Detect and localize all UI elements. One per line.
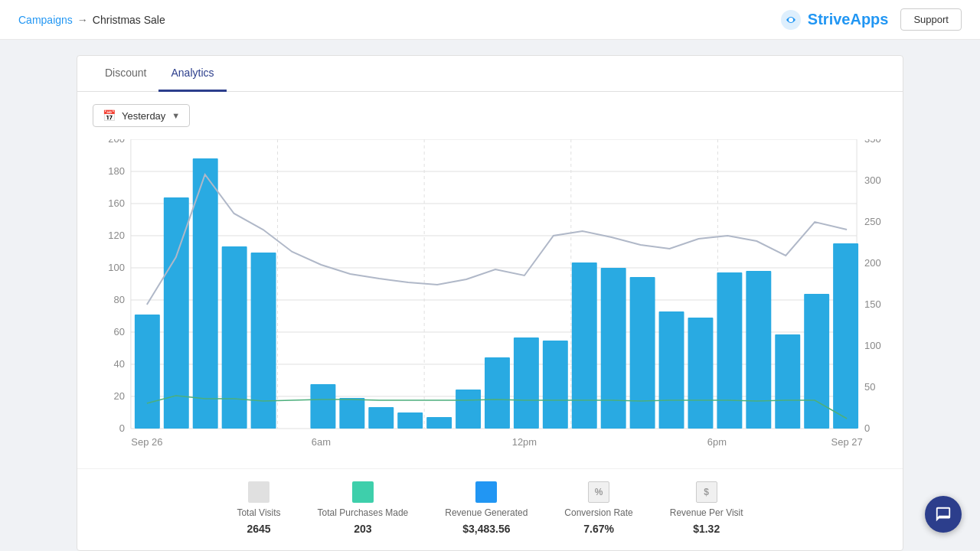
bar-22: [804, 294, 829, 429]
logo: StriveApps: [780, 9, 889, 31]
breadcrumb-campaigns-link[interactable]: Campaigns: [18, 14, 73, 26]
svg-text:40: 40: [113, 358, 124, 370]
legend-conversion-value: 7.67%: [583, 523, 614, 535]
legend-rev-visit: $ Revenue Per Visit $1.32: [670, 481, 743, 535]
analytics-card: Discount Analytics 📅 Yesterday ▼: [77, 55, 903, 551]
legend-total-visits: Total Visits 2645: [237, 481, 280, 535]
tab-bar: Discount Analytics: [77, 56, 903, 92]
bar-21: [775, 334, 800, 429]
bar-3: [222, 246, 247, 429]
chat-icon: [935, 506, 952, 523]
svg-text:20: 20: [113, 390, 124, 402]
svg-text:300: 300: [864, 174, 881, 186]
bar-10: [456, 390, 481, 429]
support-button[interactable]: Support: [900, 8, 962, 31]
bar-20: [746, 271, 771, 429]
legend-purchases-label: Total Purchases Made: [318, 507, 409, 518]
legend-revenue-value: $3,483.56: [462, 523, 510, 535]
bar-8: [397, 412, 423, 429]
tab-analytics[interactable]: Analytics: [158, 56, 226, 92]
legend-visits-icon: [248, 481, 270, 503]
bar-18: [688, 318, 714, 429]
bar-16: [630, 277, 655, 429]
svg-text:12pm: 12pm: [512, 436, 537, 448]
chat-button[interactable]: [925, 496, 962, 533]
bar-13: [543, 341, 568, 429]
bar-5: [310, 384, 335, 429]
chart-area: 0 20 40 60 80 100 120 160 180 200 0 50 1…: [77, 139, 903, 468]
bar-17: [659, 311, 684, 429]
date-filter-label: Yesterday: [122, 110, 165, 122]
breadcrumb-separator: →: [77, 14, 88, 26]
svg-text:150: 150: [864, 298, 881, 310]
legend-visits-value: 2645: [247, 523, 270, 535]
legend-visits-label: Total Visits: [237, 507, 280, 518]
svg-text:Sep 27: Sep 27: [831, 436, 863, 448]
bar-9: [426, 417, 452, 429]
legend-revenue-label: Revenue Generated: [445, 507, 528, 518]
svg-text:120: 120: [108, 230, 125, 241]
legend-rev-visit-value: $1.32: [693, 523, 720, 535]
logo-icon: [780, 9, 802, 31]
legend-revenue-icon: [475, 481, 497, 503]
svg-text:250: 250: [864, 216, 881, 227]
legend-conversion: % Conversion Rate 7.67%: [564, 481, 632, 535]
bar-7: [368, 407, 394, 429]
svg-text:6am: 6am: [312, 436, 331, 448]
breadcrumb-current: Christmas Sale: [93, 14, 165, 26]
svg-text:180: 180: [108, 165, 125, 177]
breadcrumb: Campaigns → Christmas Sale: [18, 14, 165, 26]
chart-legend: Total Visits 2645 Total Purchases Made 2…: [77, 468, 903, 550]
svg-text:200: 200: [108, 139, 125, 145]
svg-text:160: 160: [108, 197, 125, 209]
app-header: Campaigns → Christmas Sale StriveApps Su…: [0, 0, 980, 40]
svg-text:6pm: 6pm: [707, 436, 727, 448]
bar-14: [572, 262, 597, 429]
date-filter-button[interactable]: 📅 Yesterday ▼: [93, 104, 190, 127]
svg-text:100: 100: [864, 340, 881, 351]
svg-text:60: 60: [113, 326, 124, 337]
legend-purchases-icon: [352, 481, 374, 503]
legend-rev-visit-label: Revenue Per Visit: [670, 507, 743, 518]
svg-point-1: [789, 18, 793, 22]
svg-text:100: 100: [108, 262, 125, 273]
bar-12: [514, 337, 539, 429]
bar-6: [339, 398, 364, 429]
svg-text:50: 50: [864, 381, 875, 393]
legend-conversion-icon: %: [588, 481, 609, 503]
legend-total-purchases: Total Purchases Made 203: [318, 481, 409, 535]
bar-19: [717, 272, 742, 429]
header-right: StriveApps Support: [780, 8, 962, 31]
legend-purchases-value: 203: [354, 523, 371, 535]
svg-text:0: 0: [119, 422, 125, 434]
bar-0: [135, 315, 160, 429]
svg-text:Sep 26: Sep 26: [131, 436, 162, 448]
logo-text: StriveApps: [808, 11, 889, 28]
svg-text:80: 80: [113, 294, 124, 305]
bar-23: [833, 243, 858, 429]
legend-conversion-label: Conversion Rate: [564, 507, 632, 518]
legend-rev-visit-icon: $: [696, 481, 717, 503]
svg-text:200: 200: [864, 257, 881, 269]
chart-container: 0 20 40 60 80 100 120 160 180 200 0 50 1…: [93, 139, 887, 461]
bar-15: [601, 268, 626, 429]
bar-11: [485, 357, 510, 429]
tab-discount[interactable]: Discount: [93, 56, 158, 92]
main-content: Discount Analytics 📅 Yesterday ▼: [0, 40, 980, 551]
legend-revenue: Revenue Generated $3,483.56: [445, 481, 528, 535]
svg-text:0: 0: [864, 422, 870, 434]
chart-svg: 0 20 40 60 80 100 120 160 180 200 0 50 1…: [93, 139, 887, 461]
dropdown-arrow-icon: ▼: [172, 111, 180, 120]
bar-4: [251, 253, 276, 429]
calendar-icon: 📅: [103, 109, 116, 122]
svg-text:350: 350: [864, 139, 881, 145]
date-filter-area: 📅 Yesterday ▼: [77, 92, 903, 139]
